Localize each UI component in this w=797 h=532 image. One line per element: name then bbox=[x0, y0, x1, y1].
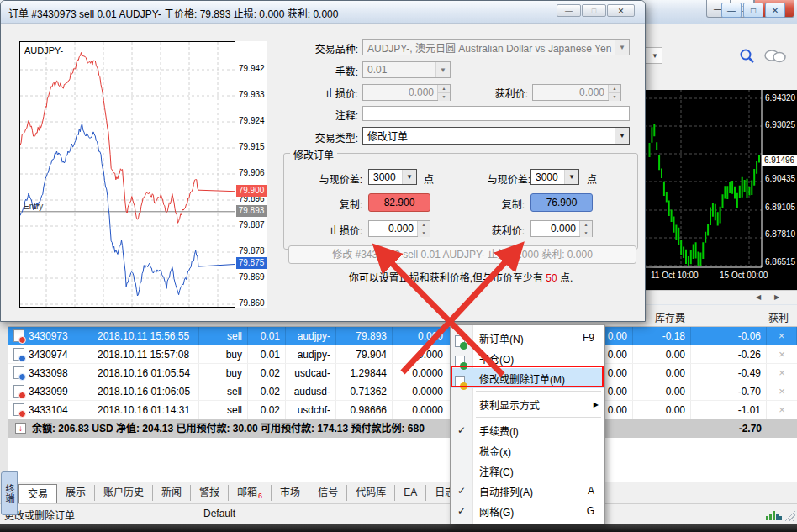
spin-down-icon[interactable]: ▼ bbox=[418, 229, 430, 237]
dialog-close-button[interactable]: ✕ bbox=[607, 4, 635, 17]
status-bar: 更改或删除订单 Default bbox=[0, 503, 797, 524]
minimize-icon: — bbox=[727, 6, 736, 15]
toolbox-tab[interactable]: 信号 bbox=[309, 485, 346, 501]
menu-item[interactable]: ✓ 手续费(i) ▶ bbox=[451, 420, 604, 440]
metatrader-screen: — □ ✕ — □ ✕ ▼ 6.943206.930256.904356.891… bbox=[0, 0, 797, 532]
chat-icon[interactable] bbox=[762, 48, 789, 65]
dialog-minimize-button[interactable]: — bbox=[557, 4, 581, 17]
order-price: 0.98666 bbox=[336, 401, 393, 419]
menu-item[interactable]: ✓ ▶ bbox=[451, 414, 604, 420]
toolbox-tab[interactable]: 警报 bbox=[190, 485, 228, 501]
spin-down-icon[interactable]: ▼ bbox=[438, 92, 450, 101]
order-lots: 0.01 bbox=[248, 327, 286, 345]
comment-input[interactable] bbox=[362, 106, 630, 121]
chart-horizontal-scrollbar[interactable]: ◀ ▶ bbox=[644, 290, 797, 304]
close-order-icon[interactable]: × bbox=[767, 364, 797, 382]
modify-order-button[interactable]: 修改 #3430973 sell 0.01 AUDJPY- 止损: 0.000 … bbox=[288, 245, 636, 264]
status-profile[interactable]: Default bbox=[203, 508, 235, 519]
stoploss-input[interactable]: 0.000 ▲▼ bbox=[362, 84, 451, 101]
sl-offset-select[interactable]: 3000 ▼ bbox=[368, 169, 417, 185]
tab-label: EA bbox=[404, 487, 417, 498]
spin-up-icon[interactable]: ▲ bbox=[438, 85, 450, 92]
order-symbol: usdcad- bbox=[286, 364, 336, 382]
spin-up-icon[interactable]: ▲ bbox=[580, 221, 592, 229]
copy-stoploss-button[interactable]: 82.900 bbox=[368, 193, 430, 212]
menu-item-label: 税金(x) bbox=[472, 444, 594, 458]
order-symbol: audusd- bbox=[286, 382, 336, 400]
order-profit: -0.49 bbox=[691, 364, 767, 382]
toolbox-tab[interactable]: 展示 bbox=[57, 485, 94, 501]
scroll-left-icon[interactable]: ◀ bbox=[752, 292, 765, 303]
spin-down-icon[interactable]: ▼ bbox=[609, 92, 620, 101]
toolbox-tab[interactable]: 新闻 bbox=[152, 485, 190, 501]
trade-type-select[interactable]: 修改订单 ▼ bbox=[362, 127, 630, 145]
close-order-icon[interactable]: × bbox=[767, 327, 797, 345]
dialog-titlebar[interactable]: 订单 #3430973 sell 0.01 AUDJPY- 于价格: 79.89… bbox=[1, 1, 645, 24]
close-order-icon[interactable]: × bbox=[767, 382, 797, 400]
chart-minimize-button[interactable]: — bbox=[721, 3, 742, 18]
menu-item[interactable]: ✓ 新订单(N) F9 ▶ bbox=[451, 328, 604, 348]
takeprofit-input[interactable]: 0.000 ▲▼ bbox=[532, 84, 621, 101]
status-divider bbox=[625, 508, 625, 520]
order-stoploss: 0.000 bbox=[393, 327, 454, 345]
orders-table: 3430973 2018.10.11 15:56:55 sell 0.01 au… bbox=[8, 327, 797, 419]
tp-offset-select[interactable]: 3000 ▼ bbox=[530, 169, 579, 185]
order-swap: 0.00 bbox=[633, 401, 691, 419]
close-order-icon[interactable]: × bbox=[767, 345, 797, 363]
scroll-right-icon[interactable]: ▶ bbox=[770, 292, 784, 303]
menu-item[interactable]: ✓ 税金(x) ▶ bbox=[451, 440, 604, 461]
resize-grip[interactable] bbox=[784, 509, 795, 521]
close-order-icon[interactable]: × bbox=[767, 401, 797, 419]
spin-up-icon[interactable]: ▲ bbox=[609, 85, 620, 92]
menu-item[interactable]: ✓ 网格(G) G ▶ bbox=[451, 501, 604, 521]
search-icon[interactable] bbox=[738, 48, 757, 65]
menu-item[interactable]: ✓ ▶ bbox=[451, 388, 604, 394]
menu-item[interactable]: ✓ 获利显示方式 ▶ bbox=[451, 394, 604, 414]
terminal-vertical-tab[interactable]: 终端 bbox=[1, 471, 18, 515]
toolbox-tab[interactable]: 邮箱6 bbox=[228, 485, 271, 501]
menu-item-label: 新订单(N) bbox=[472, 331, 583, 345]
copy-tp-label: 复制: bbox=[483, 197, 525, 211]
toolbox-tab[interactable]: 代码库 bbox=[346, 485, 394, 501]
connection-status-icon bbox=[765, 508, 782, 521]
table-row[interactable]: 3433104 2018.10.16 01:14:31 sell 0.02 us… bbox=[8, 401, 797, 419]
toolbox-tab[interactable]: EA bbox=[394, 485, 425, 501]
volume-select[interactable]: 0.01 ▼ bbox=[362, 61, 451, 78]
table-row[interactable]: 3430973 2018.10.11 15:56:55 sell 0.01 au… bbox=[8, 327, 797, 345]
order-time: 2018.10.16 01:06:05 bbox=[92, 382, 199, 400]
copy-takeprofit-button[interactable]: 76.900 bbox=[530, 193, 593, 212]
tick-chart-plot: AUDJPY- Entry bbox=[19, 41, 235, 308]
toolbox-tab[interactable]: 交易 bbox=[18, 484, 57, 504]
dialog-maximize-button[interactable]: □ bbox=[582, 4, 606, 17]
menu-item[interactable]: ✓ 自动排列(A) A ▶ bbox=[451, 481, 604, 501]
chevron-down-icon: ▼ bbox=[615, 128, 629, 144]
spin-up-icon[interactable]: ▲ bbox=[418, 221, 430, 229]
tab-label: 邮箱 bbox=[237, 487, 257, 498]
taskbar-edge bbox=[0, 524, 797, 532]
order-profit: -1.01 bbox=[691, 401, 767, 419]
order-price: 79.893 bbox=[336, 327, 393, 345]
symbol-select[interactable]: AUDJPY-, 澳元日圆 Australian Dollar vs Japan… bbox=[362, 39, 630, 55]
tab-label: 代码库 bbox=[356, 487, 386, 498]
header-profit[interactable]: 获利 bbox=[713, 310, 789, 324]
order-time: 2018.10.11 15:57:08 bbox=[92, 345, 199, 363]
modify-takeprofit-value: 0.000 bbox=[531, 221, 579, 236]
chart-restore-button[interactable]: □ bbox=[743, 3, 763, 18]
restore-icon: □ bbox=[751, 6, 756, 15]
chevron-down-icon: ▼ bbox=[402, 170, 416, 184]
order-number: 3433104 bbox=[29, 401, 68, 419]
table-row[interactable]: 3430974 2018.10.11 15:57:08 buy 0.01 aud… bbox=[8, 345, 797, 364]
toolbox-tab[interactable]: 市场 bbox=[271, 485, 309, 501]
copy-sl-price: 82.900 bbox=[384, 197, 415, 208]
table-row[interactable]: 3433099 2018.10.16 01:06:05 sell 0.02 au… bbox=[8, 382, 797, 401]
order-number: 3430974 bbox=[29, 345, 68, 363]
spin-down-icon[interactable]: ▼ bbox=[580, 229, 592, 237]
header-swap[interactable]: 库存费 bbox=[636, 310, 704, 324]
modify-stoploss-input[interactable]: 0.000 ▲▼ bbox=[368, 220, 430, 237]
menu-item[interactable]: ✓ 注释(C) ▶ bbox=[451, 461, 604, 481]
table-row[interactable]: 3433098 2018.10.16 01:05:54 buy 0.02 usd… bbox=[8, 364, 797, 382]
sl-offset-label: 与现价差: bbox=[295, 171, 362, 186]
modify-takeprofit-input[interactable]: 0.000 ▲▼ bbox=[530, 220, 593, 237]
toolbox-tab[interactable]: 账户历史 bbox=[94, 485, 152, 501]
chart-close-button[interactable]: ✕ bbox=[765, 3, 785, 18]
